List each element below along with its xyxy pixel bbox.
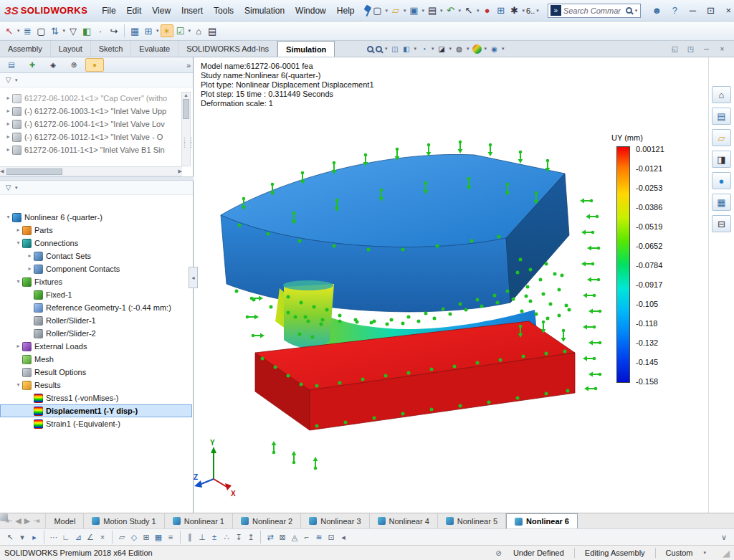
design-library-icon[interactable] [712, 129, 731, 146]
menu-insert[interactable]: Insert [176, 3, 208, 19]
bottom-tool-icon[interactable] [301, 531, 313, 543]
bottom-tool-icon[interactable] [29, 531, 40, 543]
select-cursor-icon[interactable] [462, 4, 475, 17]
panel-drag-handle[interactable]: ⋮⋮⋮⋮ [181, 138, 190, 148]
prev-tab-icon[interactable]: ◀ [15, 516, 21, 526]
tab-nonlinear-5[interactable]: Nonlinear 5 [438, 513, 506, 528]
configurationmanager-tab-icon[interactable] [44, 58, 62, 72]
expand-icon[interactable] [26, 250, 34, 262]
minimize-pane-icon[interactable] [702, 44, 711, 54]
search-icon[interactable] [626, 7, 632, 14]
status-units-selector[interactable]: Custom [666, 549, 693, 557]
display-style-icon[interactable] [437, 44, 447, 54]
horizontal-scrollbar[interactable]: ◀▶ [0, 166, 182, 176]
tree-item-component[interactable]: 61272-06-1011-1<1> "Inlet Valve B1 Sin [0, 143, 179, 156]
scrollbar-thumb[interactable] [6, 169, 62, 175]
zoom-area-icon[interactable] [376, 46, 382, 52]
tab-nonlinear-6[interactable]: Nonlinear 6 [506, 513, 578, 528]
collapse-icon[interactable] [14, 379, 22, 391]
custom-properties-icon[interactable] [712, 215, 731, 232]
bottom-tool-icon[interactable] [338, 531, 349, 543]
menu-simulation[interactable]: Simulation [239, 3, 290, 19]
search-scope-icon[interactable]: » [550, 5, 561, 16]
expand-icon[interactable] [4, 118, 12, 130]
menu-tools[interactable]: Tools [209, 3, 239, 19]
evaluate-check-icon[interactable] [174, 24, 187, 37]
home-icon[interactable] [712, 86, 731, 103]
clipboard-icon[interactable] [206, 24, 219, 37]
new-pane-icon[interactable] [686, 44, 695, 54]
undo-icon[interactable] [444, 4, 457, 17]
select-tool-icon[interactable] [3, 24, 16, 37]
appearances-scenes-icon[interactable] [712, 194, 731, 211]
hide-show-items-icon[interactable] [454, 44, 464, 54]
tree-item-component[interactable]: (-) 61272-06-1004-1<1> "Inlet Valve Lov [0, 118, 179, 130]
study-tree-item-parts[interactable]: Parts [0, 224, 192, 237]
fea-model-plot[interactable]: Y Z X [194, 57, 708, 513]
minimize-icon[interactable] [686, 4, 699, 17]
study-tree-item-external-loads[interactable]: External Loads [0, 340, 192, 353]
study-tree-item-reference-geometry[interactable]: Reference Geometry-1 (:-0.44 mm:) [0, 301, 192, 314]
bottom-tool-icon[interactable] [128, 531, 140, 543]
study-tree-item-fixed[interactable]: Fixed-1 [0, 288, 192, 301]
expand-icon[interactable] [4, 130, 12, 143]
vertical-scrollbar[interactable]: ▲ [181, 92, 191, 166]
tab-layout[interactable]: Layout [51, 41, 91, 57]
tabs-overflow-icon[interactable]: » [186, 61, 191, 70]
file-explorer-icon[interactable] [712, 151, 731, 168]
tab-assembly[interactable]: Assembly [0, 41, 51, 57]
bottom-tool-icon[interactable] [85, 531, 96, 543]
open-icon[interactable] [389, 4, 402, 17]
view-palette-icon[interactable] [712, 172, 731, 189]
menu-edit[interactable]: Edit [122, 3, 147, 19]
tree-item-component[interactable]: (-) 61272-06-1003-1<1> "Inlet Valve Upp [0, 105, 179, 118]
study-tree-item-fixtures[interactable]: Fixtures [0, 275, 192, 288]
study-tree-item-connections[interactable]: Connections [0, 237, 192, 250]
toolbar-overflow-icon[interactable] [718, 531, 730, 543]
bottom-tool-icon[interactable] [184, 531, 196, 543]
last-tab-icon[interactable]: ⇥ [33, 516, 39, 526]
expand-icon[interactable] [26, 262, 34, 275]
tab-nonlinear-1[interactable]: Nonlinear 1 [165, 513, 233, 528]
collapse-icon[interactable] [4, 211, 12, 224]
restore-icon[interactable] [704, 4, 717, 17]
featuremanager-tab-icon[interactable] [2, 58, 21, 72]
study-tree-item-roller-slider-2[interactable]: Roller/Slider-2 [0, 327, 192, 340]
panel-collapse-handle[interactable]: ◂ [189, 267, 198, 288]
view-settings-icon[interactable] [490, 44, 499, 54]
bottom-tool-icon[interactable] [48, 531, 59, 543]
study-tree-item-stress1[interactable]: Stress1 (-vonMises-) [0, 391, 192, 404]
bottom-tool-icon[interactable] [4, 531, 16, 543]
print-icon[interactable] [426, 4, 439, 17]
bottom-tool-icon[interactable] [233, 531, 244, 543]
tree-item-component[interactable]: 61272-06-1002-1<1> "Cap Cover" (witho [0, 92, 179, 105]
split-pane-icon[interactable] [670, 44, 680, 54]
bottom-tool-icon[interactable] [72, 531, 84, 543]
bottom-tool-icon[interactable] [153, 531, 164, 543]
bottom-tool-icon[interactable] [196, 531, 208, 543]
bottom-tool-icon[interactable] [209, 531, 220, 543]
tab-solidworks-add-ins[interactable]: SOLIDWORKS Add-Ins [178, 41, 277, 57]
search-dropdown-icon[interactable]: ▾ [635, 8, 638, 14]
appearances-icon[interactable] [472, 44, 482, 54]
menu-file[interactable]: File [97, 3, 120, 19]
file-properties-icon[interactable] [495, 4, 507, 17]
undo-dropdown-icon[interactable]: ▾ [459, 8, 462, 14]
menu-help[interactable]: Help [332, 3, 360, 19]
help-icon[interactable]: ? [668, 4, 681, 17]
design-tree-icon[interactable] [22, 24, 34, 37]
print-dropdown-icon[interactable]: ▾ [440, 8, 443, 14]
reorder-icon[interactable] [108, 24, 120, 37]
propertymanager-tab-icon[interactable] [23, 58, 42, 72]
bottom-tool-icon[interactable] [16, 531, 28, 543]
component-display-icon[interactable] [80, 24, 93, 37]
search-input[interactable] [563, 6, 624, 15]
tab-motion-study-1[interactable]: Motion Study 1 [84, 513, 164, 528]
tab-nonlinear-4[interactable]: Nonlinear 4 [370, 513, 438, 528]
bottom-tool-icon[interactable] [165, 531, 176, 543]
tab-model[interactable]: Model [46, 513, 84, 528]
pattern-grid-icon[interactable] [128, 24, 141, 37]
expand-icon[interactable] [4, 105, 12, 118]
select-dropdown-icon[interactable]: ▾ [477, 8, 480, 14]
study-tree-item-displacement1[interactable]: Displacement1 (-Y disp-) [0, 404, 192, 417]
